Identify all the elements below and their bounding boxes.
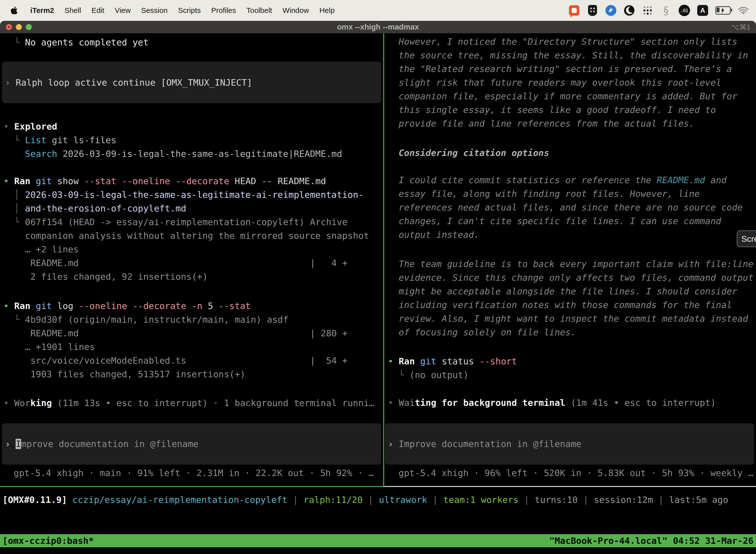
screen-share-overlay-button[interactable]: Scre xyxy=(737,230,756,247)
terminal-line: references need actual files, and since … xyxy=(385,201,756,214)
terminal-line: companion analysis without altering the … xyxy=(0,229,383,242)
terminal-line: slight risk that future readers may over… xyxy=(385,76,756,89)
title-bar: omx --xhigh --madmax ⌥⌘1 xyxy=(0,21,756,33)
terminal-line: including verification notes with those … xyxy=(385,298,756,312)
terminal-line: provide file and line references from th… xyxy=(385,117,756,130)
menu-item[interactable]: Shell xyxy=(64,6,81,15)
terminal-line: might be acceptable alongside the file l… xyxy=(385,284,756,298)
terminal-line: └ 4b9d30f (origin/main, instructkr/main,… xyxy=(0,313,383,326)
battery-icon[interactable] xyxy=(715,4,731,17)
prompt-input-right[interactable]: › Improve documentation in @filename xyxy=(385,423,754,465)
terminal-line: 2 files changed, 92 insertions(+) xyxy=(0,270,383,283)
menu-item[interactable]: iTerm2 xyxy=(30,6,54,15)
omx-status-bar: [OMX#0.11.9] cczip/essay/ai-reimplementa… xyxy=(0,493,756,507)
terminal-line xyxy=(0,161,383,174)
menu-item[interactable]: View xyxy=(115,6,131,15)
terminal-line xyxy=(0,381,383,396)
terminal-line: The team guideline is to back every impo… xyxy=(385,257,756,271)
terminal-line: • Working (11m 13s • esc to interrupt) ·… xyxy=(0,396,383,410)
window-title: omx --xhigh --madmax xyxy=(0,22,756,32)
terminal-line: • Waiting for background terminal (1m 41… xyxy=(385,396,756,409)
menu-bar: iTerm2ShellEditViewSessionScriptsProfile… xyxy=(0,0,756,21)
terminal-line: the "Related research writing" section i… xyxy=(385,62,756,76)
pane-border-bottom-left xyxy=(0,486,384,487)
agent-log: • Explored └ List git ls-files Search 20… xyxy=(0,120,383,410)
terminal-line: • Ran git status --short xyxy=(385,354,756,368)
menu-bar-left: iTerm2ShellEditViewSessionScriptsProfile… xyxy=(0,4,334,17)
screen-share-overlay-label: Scre xyxy=(741,234,756,244)
terminal-line: I could cite commit statistics or refere… xyxy=(385,173,756,187)
menu-item[interactable]: Window xyxy=(282,6,309,15)
camera-countdown-icon[interactable]: ..61 xyxy=(679,4,690,17)
terminal: └ No agents completed yet › Ralph loop a… xyxy=(0,33,756,554)
terminal-line: output instead. xyxy=(385,228,756,241)
terminal-line: changes, I can't cite specific file line… xyxy=(385,214,756,228)
sync-badge-icon[interactable] xyxy=(605,4,617,17)
terminal-line: └ No agents completed yet xyxy=(0,36,383,49)
shield-grid-icon[interactable] xyxy=(587,4,598,17)
chat-app-icon[interactable] xyxy=(568,4,580,17)
terminal-line xyxy=(385,382,756,396)
terminal-line xyxy=(385,130,756,146)
terminal-line: companion file, especially if more comme… xyxy=(385,89,756,103)
injected-command: › Ralph loop active continue [OMX_TMUX_I… xyxy=(2,76,252,89)
menu-item[interactable]: Profiles xyxy=(211,6,236,15)
tab-shortcut-label: ⌥⌘1 xyxy=(731,23,751,31)
terminal-line xyxy=(0,283,383,299)
terminal-line: … +1901 lines xyxy=(0,340,383,354)
tmux-pane-left: └ No agents completed yet › Ralph loop a… xyxy=(0,33,383,488)
menu-items: iTerm2ShellEditViewSessionScriptsProfile… xyxy=(30,6,334,15)
terminal-line: └ 067f154 (HEAD -> essay/ai-reimplementa… xyxy=(0,215,383,229)
terminal-line: Search 2026-03-09-is-legal-the-same-as-l… xyxy=(0,147,383,161)
terminal-line: • Ran git log --oneline --decorate -n 5 … xyxy=(0,299,383,313)
prompt-text-right: › Improve documentation in @filename xyxy=(385,437,581,451)
apple-icon[interactable] xyxy=(8,4,20,17)
terminal-line: Considering citation options xyxy=(385,146,756,160)
agent-log-right: However, I noticed the "Directory Struct… xyxy=(385,35,756,409)
pane-divider-vertical[interactable] xyxy=(383,33,384,487)
terminal-line: │ and-the-erosion-of-copyleft.md xyxy=(0,202,383,215)
terminal-line: this single essay, it seems like a good … xyxy=(385,103,756,117)
tmux-session-label: [omx-cczip0:bash* xyxy=(2,536,94,546)
terminal-line: 1903 files changed, 513517 insertions(+) xyxy=(0,367,383,381)
wifi-icon[interactable] xyxy=(738,4,749,17)
terminal-line xyxy=(385,241,756,257)
tmux-status-bar: [omx-cczip0:bash* "MacBook-Pro-44.local"… xyxy=(0,534,756,547)
terminal-line: the source tree, missing the essay. Stil… xyxy=(385,48,756,62)
terminal-line: However, I noticed the "Directory Struct… xyxy=(385,35,756,48)
injected-command-box[interactable]: › Ralph loop active continue [OMX_TMUX_I… xyxy=(2,62,381,103)
agent-log-top: └ No agents completed yet xyxy=(0,36,383,49)
menu-bar-status: § ..61 A xyxy=(568,4,756,17)
terminal-line: README.md | 4 + xyxy=(0,256,383,270)
terminal-line xyxy=(385,339,756,354)
terminal-line: src/voice/voiceModeEnabled.ts | 54 + xyxy=(0,354,383,367)
screen: iTerm2ShellEditViewSessionScriptsProfile… xyxy=(0,0,756,554)
terminal-line: essay file, along with finding root file… xyxy=(385,187,756,201)
terminal-line: README.md | 280 + xyxy=(0,326,383,340)
terminal-line: • Ran git show --stat --oneline --decora… xyxy=(0,174,383,188)
tmux-pane-right: However, I noticed the "Directory Struct… xyxy=(385,33,756,488)
moon-circle-icon[interactable] xyxy=(624,4,635,17)
prompt-input-left[interactable]: › Improve documentation in @filename xyxy=(2,423,381,465)
session-status-right: gpt-5.4 xhigh · 96% left · 520K in · 5.8… xyxy=(385,466,756,480)
input-source-icon[interactable]: A xyxy=(697,4,708,17)
terminal-line: • Explored xyxy=(0,120,383,133)
terminal-line: evidence. Since this change only affects… xyxy=(385,271,756,284)
terminal-line: of focusing solely on file lines. xyxy=(385,325,756,339)
menu-item[interactable]: Scripts xyxy=(178,6,201,15)
terminal-line: │ 2026-03-09-is-legal-the-same-as-legiti… xyxy=(0,188,383,202)
pane-border-bottom-right xyxy=(384,486,756,487)
prompt-text-left: › Improve documentation in @filename xyxy=(2,437,198,451)
terminal-line xyxy=(385,160,756,173)
terminal-line: review. Also, I might want to inspect th… xyxy=(385,312,756,325)
tmux-host-clock: "MacBook-Pro-44.local" 04:52 31-Mar-26 xyxy=(549,536,754,546)
dots-grid-icon[interactable] xyxy=(642,4,653,17)
squiggle-icon[interactable]: § xyxy=(660,4,672,17)
terminal-line: … +2 lines xyxy=(0,242,383,256)
title-bar-backdrop: omx --xhigh --madmax ⌥⌘1 xyxy=(0,21,756,33)
menu-item[interactable]: Toolbelt xyxy=(247,6,272,15)
menu-item[interactable]: Edit xyxy=(91,6,105,15)
session-status-left: gpt-5.4 xhigh · main · 91% left · 2.31M … xyxy=(0,466,383,480)
menu-item[interactable]: Session xyxy=(141,6,168,15)
menu-item[interactable]: Help xyxy=(319,6,335,15)
